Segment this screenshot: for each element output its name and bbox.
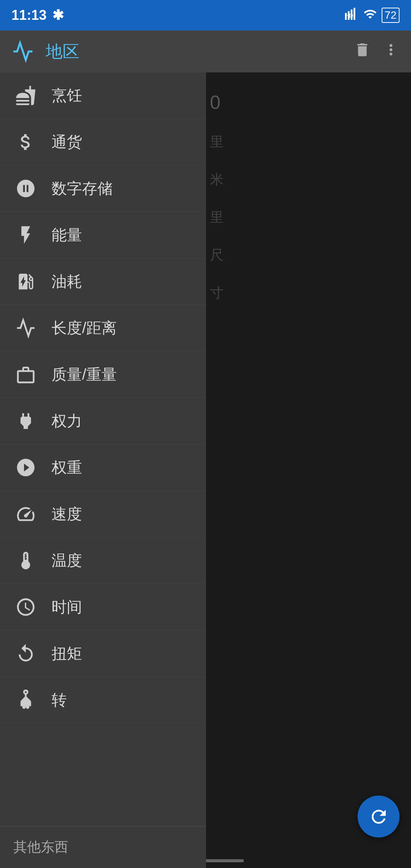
content-value: 0 [210,91,403,114]
menu-item-torque[interactable]: 扭矩 [0,631,206,677]
currency-label: 通货 [52,132,82,152]
temperature-icon [13,548,38,573]
menu-item-currency[interactable]: 通货 [0,119,206,165]
svg-rect-3 [351,10,353,20]
main-layout: 0 里 米 里 尺 寸 烹饪 通货 [0,72,411,868]
temperature-label: 温度 [52,550,82,571]
digital-storage-icon [13,176,38,201]
header-actions [354,41,400,62]
torque-label: 扭矩 [52,643,82,664]
content-area: 0 里 米 里 尺 寸 [202,72,411,868]
wifi-icon [363,7,377,24]
battery-indicator: 72 [382,8,400,23]
menu-item-power[interactable]: 权力 [0,398,206,444]
svg-rect-4 [353,8,355,20]
status-icons-area: HD 72 [345,7,400,24]
drawer-footer: 其他东西 [0,826,206,868]
time-icon [13,595,38,619]
time-label: 时间 [52,597,82,618]
delete-button[interactable] [354,41,371,62]
power-label: 权力 [52,411,82,432]
speed-icon [13,502,38,526]
app-header: 地区 [0,30,411,72]
menu-item-length[interactable]: 长度/距离 [0,305,206,351]
speed-label: 速度 [52,504,82,525]
status-bar: 11:13 ✱ HD 72 [0,0,411,30]
content-unit-2: 米 [210,170,403,189]
energy-label: 能量 [52,225,82,245]
mass-icon [13,362,38,387]
more-button[interactable] [382,41,400,62]
fuel-icon [13,269,38,294]
menu-item-cooking[interactable]: 烹饪 [0,72,206,119]
volume-icon [13,688,38,712]
header-title: 地区 [46,40,354,63]
content-unit-5: 寸 [210,284,403,302]
cooking-icon [13,83,38,108]
content-unit-1: 里 [210,133,403,151]
currency-icon [13,130,38,154]
svg-rect-1 [345,13,347,20]
menu-list: 烹饪 通货 数字存储 能量 [0,72,206,826]
footer-label: 其他东西 [13,839,68,855]
menu-item-energy[interactable]: 能量 [0,212,206,258]
torque-icon [13,641,38,666]
digital-storage-label: 数字存储 [52,178,113,199]
power-icon [13,409,38,433]
fuel-label: 油耗 [52,271,82,292]
torque-weight-label: 权重 [52,457,82,478]
menu-item-digital-storage[interactable]: 数字存储 [0,165,206,212]
fab-button[interactable] [358,796,400,838]
status-time-area: 11:13 ✱ [11,7,64,23]
category-drawer: 烹饪 通货 数字存储 能量 [0,72,206,868]
menu-item-temperature[interactable]: 温度 [0,537,206,584]
length-icon [13,316,38,340]
content-unit-4: 尺 [210,246,403,265]
volume-label: 转 [52,690,67,711]
time-display: 11:13 [11,7,47,23]
menu-item-mass[interactable]: 质量/重量 [0,351,206,398]
menu-item-fuel[interactable]: 油耗 [0,258,206,305]
bluetooth-icon: ✱ [52,7,64,23]
torque-weight-icon [13,455,38,480]
svg-rect-2 [348,11,350,20]
energy-icon [13,223,38,247]
menu-item-speed[interactable]: 速度 [0,491,206,537]
length-label: 长度/距离 [52,318,117,339]
menu-item-time[interactable]: 时间 [0,584,206,631]
content-unit-3: 里 [210,208,403,227]
cooking-label: 烹饪 [52,85,82,106]
mass-label: 质量/重量 [52,364,117,385]
signal-icon: HD [345,7,359,24]
menu-item-volume[interactable]: 转 [0,677,206,724]
menu-item-torque-weight[interactable]: 权重 [0,444,206,491]
header-icon [11,40,34,63]
refresh-icon [368,806,389,827]
